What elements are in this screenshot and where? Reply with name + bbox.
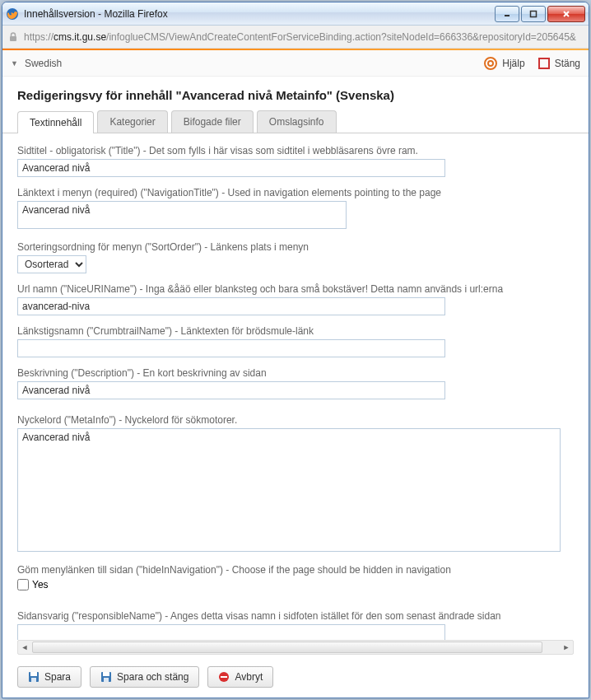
window-title: Innehållsversion - Mozilla Firefox (24, 8, 495, 20)
svg-rect-15 (221, 676, 227, 678)
niceuri-label: Url namn ("NiceURIName") - Inga &åäö ell… (17, 283, 574, 295)
help-link[interactable]: Hjälp (484, 57, 524, 70)
help-label: Hjälp (502, 58, 524, 69)
svg-rect-2 (531, 11, 537, 16)
url-prefix: https:// (24, 31, 54, 43)
field-crumb: Länkstigsnamn ("CrumbtrailName") - Länkt… (17, 325, 574, 357)
field-responsible: Sidansvarig ("responsibleName") - Anges … (17, 610, 574, 640)
field-hide: Göm menylänken till sidan ("hideInNaviga… (17, 564, 574, 590)
crumb-label: Länkstigsnamn ("CrumbtrailName") - Länkt… (17, 325, 574, 337)
field-niceuri: Url namn ("NiceURIName") - Inga &åäö ell… (17, 283, 574, 315)
scroll-left-arrow[interactable]: ◄ (18, 641, 31, 654)
chevron-down-icon: ▼ (11, 59, 18, 68)
firefox-icon (6, 7, 19, 21)
meta-input[interactable]: Avancerad nivå (17, 428, 561, 552)
tab-kategorier[interactable]: Kategorier (97, 110, 167, 133)
svg-point-6 (485, 58, 496, 69)
stop-icon (218, 671, 230, 683)
scroll-right-arrow[interactable]: ► (560, 641, 573, 654)
sortorder-label: Sorteringsordning för menyn ("SortOrder"… (17, 241, 574, 253)
meta-label: Nyckelord ("MetaInfo") - Nyckelord för s… (17, 414, 574, 426)
disk-icon (28, 671, 40, 683)
window-frame: Innehållsversion - Mozilla Firefox https… (2, 2, 589, 698)
title-input[interactable] (17, 159, 445, 177)
maximize-button[interactable] (521, 6, 546, 22)
save-button[interactable]: Spara (17, 666, 81, 688)
sortorder-select[interactable]: Osorterad (17, 255, 86, 273)
field-desc: Beskrivning ("Description") - En kort be… (17, 367, 574, 399)
url-host: cms.it.gu.se (54, 31, 106, 43)
hide-label: Göm menylänken till sidan ("hideInNaviga… (17, 564, 574, 576)
tabstrip: Textinnehåll Kategorier Bifogade filer O… (2, 110, 589, 133)
hide-checkbox[interactable] (17, 579, 29, 590)
svg-rect-13 (104, 678, 109, 682)
navtitle-input[interactable]: Avancerad nivå (17, 201, 347, 229)
horizontal-scrollbar[interactable]: ◄ ► (17, 640, 574, 655)
content: Redigeringsvy för innehåll "Avancerad ni… (2, 77, 589, 698)
field-sortorder: Sorteringsordning för menyn ("SortOrder"… (17, 241, 574, 273)
title-label: Sidtitel - obligatorisk ("Title") - Det … (17, 145, 574, 156)
form-scroll[interactable]: Sidtitel - obligatorisk ("Title") - Det … (2, 133, 589, 640)
field-navtitle: Länktext i menyn (required) ("Navigation… (17, 187, 574, 231)
tab-bifogade-filer[interactable]: Bifogade filer (171, 110, 254, 133)
url-text[interactable]: https://cms.it.gu.se/infoglueCMS/ViewAnd… (24, 31, 576, 43)
svg-rect-10 (31, 678, 36, 682)
svg-rect-9 (30, 672, 37, 676)
close-icon (538, 58, 550, 69)
close-link[interactable]: Stäng (538, 58, 580, 69)
language-toggle[interactable]: ▼ Swedish (11, 58, 62, 69)
scroll-thumb[interactable] (32, 642, 542, 653)
cancel-button[interactable]: Avbryt (207, 666, 273, 688)
resp-label: Sidansvarig ("responsibleName") - Anges … (17, 610, 574, 622)
titlebar: Innehållsversion - Mozilla Firefox (2, 2, 589, 26)
niceuri-input[interactable] (17, 297, 445, 315)
save-close-button[interactable]: Spara och stäng (90, 666, 199, 688)
svg-rect-5 (10, 36, 16, 41)
field-meta: Nyckelord ("MetaInfo") - Nyckelord för s… (17, 414, 574, 554)
tab-omslagsinfo[interactable]: Omslagsinfo (257, 110, 337, 133)
crumb-input[interactable] (17, 339, 445, 357)
resp-input[interactable] (17, 624, 445, 640)
disk-icon (100, 671, 112, 683)
hide-check-label: Yes (32, 579, 49, 590)
svg-rect-12 (103, 672, 109, 676)
navtitle-label: Länktext i menyn (required) ("Navigation… (17, 187, 574, 198)
form-body: Sidtitel - obligatorisk ("Title") - Det … (2, 133, 589, 640)
lock-icon (7, 31, 19, 43)
desc-input[interactable] (17, 381, 445, 399)
close-label: Stäng (555, 58, 580, 69)
app-toolbar: ▼ Swedish Hjälp Stäng (2, 50, 589, 77)
close-button[interactable] (547, 6, 585, 22)
language-label: Swedish (25, 58, 62, 69)
cancel-label: Avbryt (235, 671, 263, 683)
minimize-button[interactable] (495, 6, 519, 22)
save-close-label: Spara och stäng (117, 671, 188, 683)
tab-textinnehall[interactable]: Textinnehåll (17, 111, 94, 133)
desc-label: Beskrivning ("Description") - En kort be… (17, 367, 574, 379)
addressbar: https://cms.it.gu.se/infoglueCMS/ViewAnd… (2, 26, 589, 49)
bottom-bar: Spara Spara och stäng Avbryt (2, 660, 589, 698)
field-title: Sidtitel - obligatorisk ("Title") - Det … (17, 145, 574, 177)
help-icon (484, 57, 497, 70)
window-buttons (495, 6, 585, 22)
page-title: Redigeringsvy för innehåll "Avancerad ni… (2, 77, 589, 110)
url-path: /infoglueCMS/ViewAndCreateContentForServ… (106, 31, 576, 43)
save-label: Spara (44, 671, 71, 683)
